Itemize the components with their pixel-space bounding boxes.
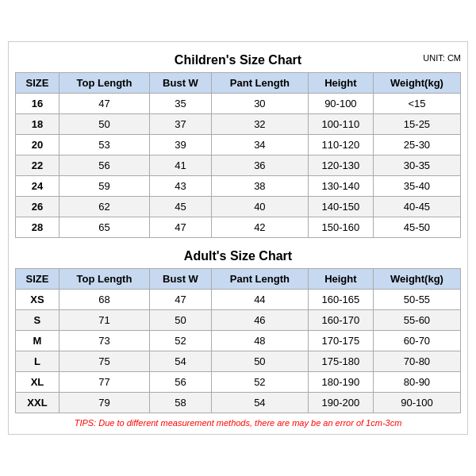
table-cell: 53 bbox=[59, 135, 149, 155]
table-cell: 54 bbox=[150, 351, 212, 372]
table-cell: 36 bbox=[211, 155, 308, 176]
table-cell: 28 bbox=[16, 217, 60, 238]
table-cell: 60-70 bbox=[373, 331, 460, 351]
children-col-weight: Weight(kg) bbox=[373, 73, 460, 94]
tips-text: TIPS: Due to different measurement metho… bbox=[15, 418, 461, 428]
table-cell: 150-160 bbox=[308, 217, 373, 238]
table-cell: 90-100 bbox=[308, 94, 373, 114]
table-cell: 54 bbox=[211, 393, 308, 413]
adult-table-body: XS684744160-16550-55S715046160-17055-60M… bbox=[16, 290, 461, 413]
table-row: 18503732100-11015-25 bbox=[16, 114, 461, 135]
table-row: 22564136120-13030-35 bbox=[16, 155, 461, 176]
table-cell: 180-190 bbox=[308, 372, 373, 393]
adult-table-header: SIZE Top Length Bust W Pant Length Heigh… bbox=[16, 269, 461, 290]
table-cell: 52 bbox=[211, 372, 308, 393]
table-cell: 25-30 bbox=[373, 135, 460, 155]
table-cell: 37 bbox=[150, 114, 212, 135]
table-cell: 50 bbox=[211, 351, 308, 372]
children-table-body: 1647353090-100<1518503732100-11015-25205… bbox=[16, 94, 461, 238]
adult-col-weight: Weight(kg) bbox=[373, 269, 460, 290]
children-section-title: Children's Size Chart UNIT: CM bbox=[15, 48, 461, 69]
table-cell: 50-55 bbox=[373, 290, 460, 310]
adult-col-top-length: Top Length bbox=[59, 269, 149, 290]
children-col-top-length: Top Length bbox=[59, 73, 149, 94]
table-cell: 46 bbox=[211, 310, 308, 331]
table-row: 26624540140-15040-45 bbox=[16, 197, 461, 217]
table-cell: 58 bbox=[150, 393, 212, 413]
table-cell: 68 bbox=[59, 290, 149, 310]
table-cell: 73 bbox=[59, 331, 149, 351]
adult-title-text: Adult's Size Chart bbox=[184, 249, 292, 263]
children-col-height: Height bbox=[308, 73, 373, 94]
table-cell: 56 bbox=[59, 155, 149, 176]
table-cell: 71 bbox=[59, 310, 149, 331]
table-cell: XXL bbox=[16, 393, 60, 413]
table-cell: 170-175 bbox=[308, 331, 373, 351]
table-cell: 130-140 bbox=[308, 176, 373, 197]
adult-col-height: Height bbox=[308, 269, 373, 290]
table-cell: 65 bbox=[59, 217, 149, 238]
children-table: SIZE Top Length Bust W Pant Length Heigh… bbox=[15, 72, 461, 238]
table-cell: 26 bbox=[16, 197, 60, 217]
table-cell: 22 bbox=[16, 155, 60, 176]
children-table-header: SIZE Top Length Bust W Pant Length Heigh… bbox=[16, 73, 461, 94]
table-cell: 16 bbox=[16, 94, 60, 114]
table-cell: 45 bbox=[150, 197, 212, 217]
children-col-pant-length: Pant Length bbox=[211, 73, 308, 94]
table-cell: 43 bbox=[150, 176, 212, 197]
table-cell: 80-90 bbox=[373, 372, 460, 393]
table-cell: 140-150 bbox=[308, 197, 373, 217]
children-col-size: SIZE bbox=[16, 73, 60, 94]
table-cell: 59 bbox=[59, 176, 149, 197]
table-row: XXL795854190-20090-100 bbox=[16, 393, 461, 413]
table-cell: M bbox=[16, 331, 60, 351]
table-row: 24594338130-14035-40 bbox=[16, 176, 461, 197]
table-cell: 175-180 bbox=[308, 351, 373, 372]
table-cell: 15-25 bbox=[373, 114, 460, 135]
table-row: 1647353090-100<15 bbox=[16, 94, 461, 114]
table-cell: 70-80 bbox=[373, 351, 460, 372]
table-cell: 52 bbox=[150, 331, 212, 351]
table-row: XS684744160-16550-55 bbox=[16, 290, 461, 310]
table-cell: S bbox=[16, 310, 60, 331]
table-cell: 24 bbox=[16, 176, 60, 197]
table-cell: 62 bbox=[59, 197, 149, 217]
table-cell: 30-35 bbox=[373, 155, 460, 176]
children-col-bust-w: Bust W bbox=[150, 73, 212, 94]
table-cell: 20 bbox=[16, 135, 60, 155]
table-cell: 34 bbox=[211, 135, 308, 155]
table-cell: 50 bbox=[150, 310, 212, 331]
table-cell: 38 bbox=[211, 176, 308, 197]
table-cell: 100-110 bbox=[308, 114, 373, 135]
table-cell: 47 bbox=[150, 290, 212, 310]
table-row: M735248170-17560-70 bbox=[16, 331, 461, 351]
table-cell: 90-100 bbox=[373, 393, 460, 413]
table-cell: 160-170 bbox=[308, 310, 373, 331]
table-cell: 32 bbox=[211, 114, 308, 135]
table-row: L755450175-18070-80 bbox=[16, 351, 461, 372]
table-cell: 40-45 bbox=[373, 197, 460, 217]
table-cell: 18 bbox=[16, 114, 60, 135]
table-cell: 44 bbox=[211, 290, 308, 310]
adult-section-title: Adult's Size Chart bbox=[15, 244, 461, 265]
table-cell: 48 bbox=[211, 331, 308, 351]
table-cell: 75 bbox=[59, 351, 149, 372]
table-cell: 47 bbox=[59, 94, 149, 114]
table-cell: 56 bbox=[150, 372, 212, 393]
table-cell: 160-165 bbox=[308, 290, 373, 310]
table-cell: 45-50 bbox=[373, 217, 460, 238]
table-cell: 190-200 bbox=[308, 393, 373, 413]
table-cell: 47 bbox=[150, 217, 212, 238]
table-cell: 39 bbox=[150, 135, 212, 155]
table-row: XL775652180-19080-90 bbox=[16, 372, 461, 393]
table-cell: 50 bbox=[59, 114, 149, 135]
table-cell: 42 bbox=[211, 217, 308, 238]
table-cell: 55-60 bbox=[373, 310, 460, 331]
adult-header-row: SIZE Top Length Bust W Pant Length Heigh… bbox=[16, 269, 461, 290]
table-cell: L bbox=[16, 351, 60, 372]
table-cell: 120-130 bbox=[308, 155, 373, 176]
adult-col-bust-w: Bust W bbox=[150, 269, 212, 290]
unit-label: UNIT: CM bbox=[423, 53, 461, 63]
table-cell: XS bbox=[16, 290, 60, 310]
table-cell: 35 bbox=[150, 94, 212, 114]
